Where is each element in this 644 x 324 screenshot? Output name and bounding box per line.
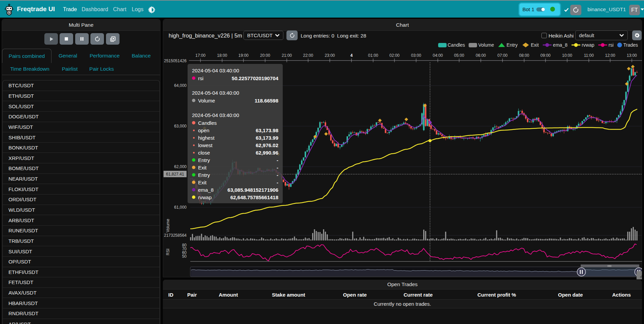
svg-text:22:00: 22:00 <box>303 53 313 58</box>
svg-text:12:00: 12:00 <box>605 53 615 58</box>
svg-text:20:00: 20:00 <box>260 53 270 58</box>
svg-text:06:00: 06:00 <box>476 53 486 58</box>
svg-text:03:00: 03:00 <box>411 53 421 58</box>
svg-text:50: 50 <box>182 254 187 259</box>
svg-text:10:00: 10:00 <box>562 53 572 58</box>
svg-text:01:00: 01:00 <box>368 53 378 58</box>
svg-text:08:00: 08:00 <box>519 53 529 58</box>
svg-text:4: 4 <box>350 53 353 58</box>
svg-text:11:00: 11:00 <box>584 53 594 58</box>
svg-text:09:00: 09:00 <box>540 53 551 58</box>
svg-text:61,827.41: 61,827.41 <box>166 172 184 177</box>
svg-text:23:00: 23:00 <box>325 53 335 58</box>
svg-text:63,000: 63,000 <box>174 124 187 129</box>
svg-text:02:00: 02:00 <box>389 53 400 58</box>
svg-text:64,000: 64,000 <box>174 83 187 88</box>
svg-text:17:00: 17:00 <box>195 53 206 58</box>
svg-text:61,000: 61,000 <box>174 205 187 210</box>
svg-text:18:00: 18:00 <box>217 53 227 58</box>
svg-text:62,000: 62,000 <box>174 164 187 169</box>
svg-text:19:00: 19:00 <box>238 53 249 58</box>
svg-text:Volume: Volume <box>166 219 170 232</box>
svg-text:2515051426: 2515051426 <box>164 59 187 63</box>
svg-text:2173258564: 2173258564 <box>164 233 187 238</box>
svg-text:05:00: 05:00 <box>454 53 464 58</box>
svg-text:21:00: 21:00 <box>282 53 292 58</box>
svg-text:07:00: 07:00 <box>497 53 508 58</box>
svg-text:RSI: RSI <box>166 249 170 255</box>
svg-text:13:00: 13:00 <box>627 53 637 58</box>
svg-text:04:00: 04:00 <box>433 53 443 58</box>
